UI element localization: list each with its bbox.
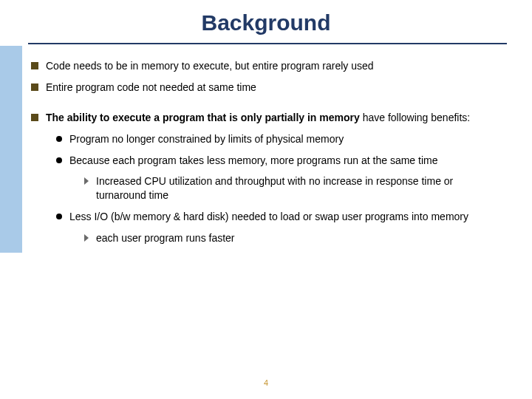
bullet-text: Code needs to be in memory to execute, b… [46, 59, 374, 73]
bullet-text: Increased CPU utilization and throughput… [96, 174, 498, 202]
bullet-level1: Code needs to be in memory to execute, b… [31, 59, 510, 73]
bullet-text: Program no longer constrained by limits … [69, 132, 344, 146]
square-bullet-icon [31, 83, 38, 91]
dot-bullet-icon [56, 157, 62, 163]
square-bullet-icon [31, 114, 38, 121]
triangle-bullet-icon [84, 177, 89, 185]
bullet-rest-span: have following benefits: [363, 112, 471, 123]
triangle-bullet-icon [84, 234, 89, 242]
sidebar-accent-top [0, 46, 22, 253]
slide-body: Code needs to be in memory to execute, b… [31, 59, 510, 253]
bullet-text: The ability to execute a program that is… [46, 111, 470, 125]
slide-title: Background [0, 10, 532, 35]
page-number: 4 [0, 378, 532, 387]
bullet-text: Entire program code not needed at same t… [46, 81, 256, 95]
bullet-level2: Because each program takes less memory, … [56, 154, 499, 168]
slide: Background Code needs to be in memory to… [0, 0, 532, 399]
bullet-text: each user program runs faster [96, 231, 235, 245]
bullet-level3: each user program runs faster [84, 231, 498, 245]
square-bullet-icon [31, 62, 38, 69]
dot-bullet-icon [56, 214, 62, 219]
bullet-level1: Entire program code not needed at same t… [31, 81, 510, 95]
bullet-text: Less I/O (b/w memory & hard disk) needed… [69, 210, 468, 224]
bullet-level2: Program no longer constrained by limits … [56, 132, 499, 146]
bullet-level1: The ability to execute a program that is… [31, 111, 510, 125]
sidebar-accent-bottom [0, 253, 22, 399]
bullet-level3: Increased CPU utilization and throughput… [84, 174, 498, 202]
bullet-text: Because each program takes less memory, … [69, 154, 438, 168]
dot-bullet-icon [56, 136, 62, 142]
bullet-bold-span: The ability to execute a program that is… [46, 112, 363, 123]
bullet-level2: Less I/O (b/w memory & hard disk) needed… [56, 210, 499, 224]
title-underline [28, 43, 507, 44]
